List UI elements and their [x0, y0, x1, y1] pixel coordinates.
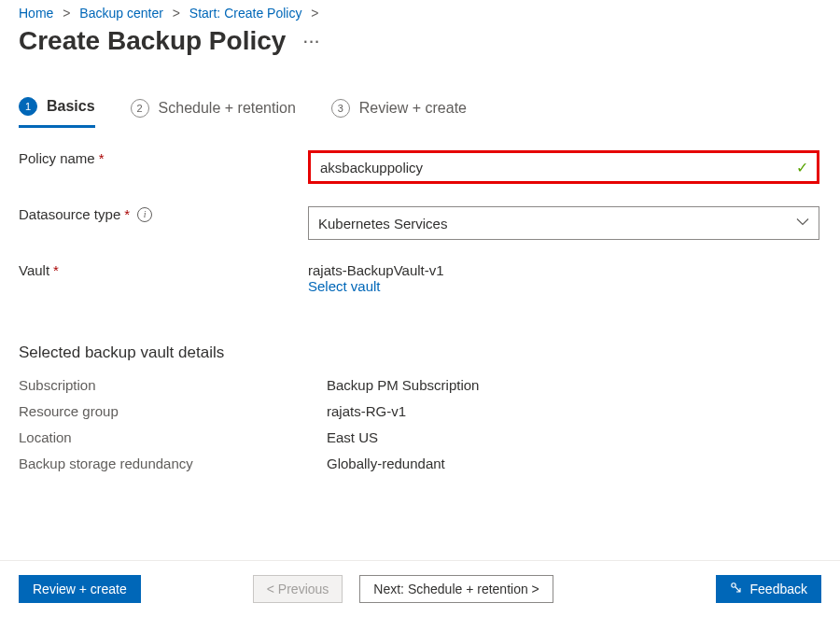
vault-detail-key: Subscription [19, 377, 327, 393]
tab-label: Schedule + retention [159, 100, 296, 117]
feedback-label: Feedback [750, 582, 807, 596]
info-icon[interactable]: i [137, 207, 152, 222]
breadcrumb-separator: > [173, 6, 180, 21]
tab-review-create[interactable]: 3 Review + create [331, 99, 467, 127]
label-text: Policy name [19, 150, 95, 166]
row-vault: Vault * rajats-BackupVault-v1 Select vau… [19, 262, 821, 295]
tab-step-number: 2 [131, 99, 149, 118]
breadcrumb-backup-center[interactable]: Backup center [79, 6, 163, 21]
row-policy-name: Policy name * ✓ [19, 150, 821, 184]
vault-detail-key: Location [19, 429, 327, 445]
vault-detail-row: Backup storage redundancy Globally-redun… [19, 450, 821, 476]
previous-button: < Previous [253, 575, 343, 603]
vault-detail-value: Backup PM Subscription [327, 377, 479, 393]
breadcrumb-separator: > [311, 6, 318, 21]
title-row: Create Backup Policy ··· [0, 21, 840, 60]
footer-divider [0, 560, 840, 561]
wizard-tabs: 1 Basics 2 Schedule + retention 3 Review… [0, 60, 840, 128]
vault-name-text: rajats-BackupVault-v1 [308, 262, 819, 278]
required-icon: * [99, 150, 105, 166]
tab-step-number: 1 [19, 97, 37, 116]
page-title: Create Backup Policy [19, 26, 286, 56]
vault-value: rajats-BackupVault-v1 Select vault [308, 262, 819, 295]
policy-name-value: ✓ [308, 150, 819, 184]
select-vault-link[interactable]: Select vault [308, 278, 381, 294]
policy-name-input[interactable] [308, 150, 819, 184]
vault-detail-value: East US [327, 429, 378, 445]
tab-schedule-retention[interactable]: 2 Schedule + retention [131, 99, 296, 127]
breadcrumb: Home > Backup center > Start: Create Pol… [0, 0, 840, 21]
tab-step-number: 3 [331, 99, 350, 118]
chevron-down-icon [796, 216, 809, 231]
policy-name-input-wrap: ✓ [308, 150, 819, 184]
feedback-button[interactable]: Feedback [716, 575, 821, 603]
datasource-selected-text: Kubernetes Services [318, 216, 447, 231]
valid-check-icon: ✓ [796, 159, 808, 176]
vault-detail-row: Location East US [19, 424, 821, 450]
more-actions-button[interactable]: ··· [302, 31, 319, 51]
row-datasource-type: Datasource type * i Kubernetes Services [19, 206, 821, 240]
vault-detail-value: rajats-RG-v1 [327, 403, 406, 419]
required-icon: * [53, 262, 59, 278]
vault-detail-value: Globally-redundant [327, 456, 445, 471]
breadcrumb-separator: > [63, 6, 70, 21]
policy-name-label: Policy name * [19, 150, 308, 166]
svg-point-0 [731, 582, 735, 586]
tab-label: Basics [47, 98, 95, 115]
datasource-label: Datasource type * i [19, 206, 308, 222]
required-icon: * [124, 206, 130, 222]
vault-detail-row: Subscription Backup PM Subscription [19, 372, 821, 398]
vault-details-heading: Selected backup vault details [0, 317, 840, 368]
label-text: Vault [19, 262, 49, 278]
review-create-button[interactable]: Review + create [19, 575, 141, 603]
datasource-select[interactable]: Kubernetes Services [308, 206, 819, 240]
datasource-value: Kubernetes Services [308, 206, 819, 240]
feedback-icon [730, 582, 743, 597]
form-basics: Policy name * ✓ Datasource type * i Kube… [0, 128, 840, 295]
tab-basics[interactable]: 1 Basics [19, 97, 95, 128]
vault-detail-row: Resource group rajats-RG-v1 [19, 398, 821, 424]
breadcrumb-start-create-policy[interactable]: Start: Create Policy [189, 6, 302, 21]
footer-bar: Review + create < Previous Next: Schedul… [0, 570, 840, 608]
vault-detail-key: Backup storage redundancy [19, 456, 327, 471]
label-text: Datasource type [19, 206, 120, 222]
vault-detail-key: Resource group [19, 403, 327, 419]
vault-label: Vault * [19, 262, 308, 278]
tab-label: Review + create [359, 100, 467, 117]
vault-details-table: Subscription Backup PM Subscription Reso… [0, 368, 840, 476]
next-button[interactable]: Next: Schedule + retention > [359, 575, 553, 603]
breadcrumb-home[interactable]: Home [19, 6, 53, 21]
